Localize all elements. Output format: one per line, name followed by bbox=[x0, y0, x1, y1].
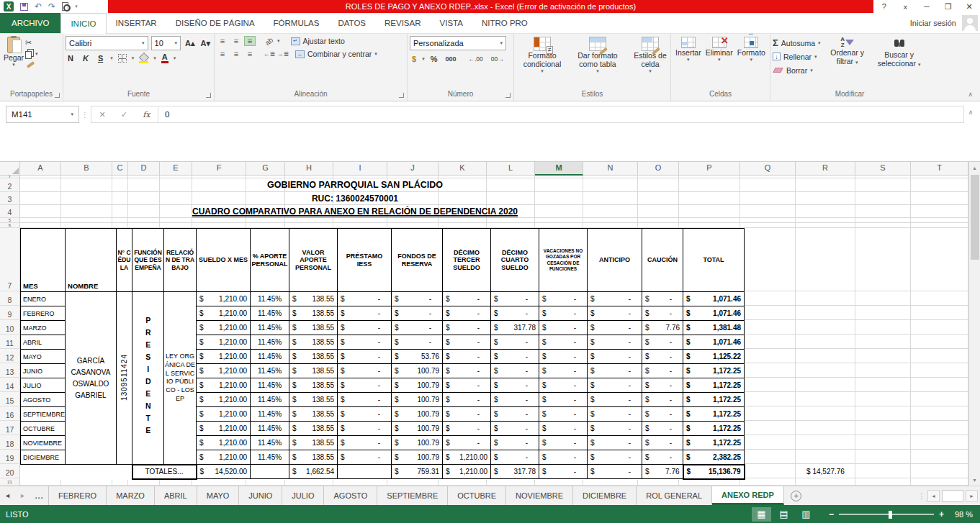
cell[interactable]: $- bbox=[588, 321, 642, 335]
table-header-cell[interactable]: N° CÉDULA bbox=[117, 229, 132, 292]
cell[interactable]: $- bbox=[539, 450, 588, 465]
font-color-icon[interactable]: A bbox=[161, 53, 168, 63]
sheet-tab-marzo[interactable]: MARZO bbox=[107, 486, 155, 505]
column-header-T[interactable]: T bbox=[911, 162, 968, 176]
cell[interactable]: OCTUBRE bbox=[21, 422, 66, 436]
zoom-in-icon[interactable]: + bbox=[939, 509, 944, 519]
scroll-up-icon[interactable]: ▲ bbox=[969, 162, 980, 173]
cell[interactable]: $- bbox=[642, 306, 683, 321]
ribbon-tab-diseño-de-página[interactable]: DISEÑO DE PÁGINA bbox=[166, 13, 264, 33]
cell[interactable]: $138.55 bbox=[289, 321, 338, 335]
cell[interactable]: $- bbox=[539, 292, 588, 306]
cell[interactable]: TOTALES... bbox=[132, 465, 197, 479]
cells-grid[interactable]: GOBIERNO PARROQUIAL SAN PLÁCIDORUC: 1360… bbox=[20, 176, 968, 486]
cell[interactable]: $- bbox=[588, 364, 642, 378]
qat-customize-icon[interactable]: ▾ bbox=[75, 4, 78, 9]
cell[interactable]: AGOSTO bbox=[21, 393, 66, 407]
cell[interactable]: $- bbox=[588, 335, 642, 350]
cell[interactable]: DICIEMBRE bbox=[21, 450, 66, 465]
cell[interactable]: 11.45% bbox=[251, 292, 289, 306]
cell[interactable]: $- bbox=[443, 350, 491, 364]
cell[interactable]: $- bbox=[392, 292, 443, 306]
underline-button[interactable]: S bbox=[96, 54, 105, 63]
cell[interactable]: $100.79 bbox=[392, 436, 443, 450]
table-header-cell[interactable]: PRÉSTAMO IESS bbox=[338, 229, 392, 292]
cell[interactable]: $- bbox=[338, 292, 392, 306]
comma-style-button[interactable]: 000 bbox=[443, 55, 458, 63]
column-header-A[interactable]: A bbox=[20, 162, 61, 176]
align-top-button[interactable]: ≡ bbox=[217, 36, 228, 46]
cell[interactable]: $- bbox=[443, 321, 491, 335]
cell[interactable]: $138.55 bbox=[289, 378, 338, 393]
find-select-button[interactable]: Buscar y seleccionar ▾ bbox=[874, 36, 925, 68]
column-header-Q[interactable]: Q bbox=[740, 162, 796, 176]
cell[interactable]: $- bbox=[338, 393, 392, 407]
cell[interactable]: JULIO bbox=[21, 378, 66, 393]
cell[interactable]: $- bbox=[491, 407, 539, 422]
sheet-tabs-overflow[interactable]: ... bbox=[30, 486, 49, 505]
name-box-dropdown-icon[interactable]: ▾ bbox=[71, 112, 73, 117]
cell[interactable]: $1,210.00 bbox=[197, 335, 251, 350]
cell[interactable]: $53.76 bbox=[392, 350, 443, 364]
row-header-14[interactable]: 14 bbox=[0, 378, 20, 392]
row-header-7[interactable]: 7 bbox=[0, 228, 20, 291]
cell[interactable]: $- bbox=[443, 364, 491, 378]
vertical-scrollbar[interactable]: ▲ ▼ bbox=[968, 162, 980, 486]
cell[interactable]: $138.55 bbox=[289, 436, 338, 450]
underline-dropdown-icon[interactable]: ▾ bbox=[110, 55, 113, 61]
cell[interactable]: $- bbox=[491, 393, 539, 407]
clipboard-dialog-launcher-icon[interactable] bbox=[55, 93, 60, 98]
cell[interactable]: $- bbox=[338, 321, 392, 335]
table-header-cell[interactable]: NOMBRE bbox=[66, 229, 117, 292]
ribbon-tab-vista[interactable]: VISTA bbox=[431, 13, 472, 33]
sheet-tab-rol-general[interactable]: ROL GENERAL bbox=[637, 486, 712, 505]
cell[interactable]: $1,172.25 bbox=[683, 364, 745, 378]
cell[interactable]: $- bbox=[642, 292, 683, 306]
cell[interactable]: $1,210.00 bbox=[197, 364, 251, 378]
cell[interactable]: 11.45% bbox=[251, 450, 289, 465]
confirm-entry-icon[interactable]: ✓ bbox=[121, 110, 127, 119]
cell[interactable]: $138.55 bbox=[289, 422, 338, 436]
cell[interactable]: $7.76 bbox=[642, 321, 683, 335]
scroll-down-icon[interactable]: ▼ bbox=[969, 474, 980, 486]
user-avatar-icon[interactable] bbox=[962, 15, 978, 31]
format-cells-button[interactable]: Formato ▾ bbox=[736, 36, 767, 63]
sheet-tab-noviembre[interactable]: NOVIEMBRE bbox=[506, 486, 573, 505]
cell[interactable]: 11.45% bbox=[251, 393, 289, 407]
row-header-8[interactable]: 8 bbox=[0, 291, 20, 306]
cell[interactable]: $- bbox=[338, 335, 392, 350]
sheet-tab-junio[interactable]: JUNIO bbox=[239, 486, 282, 505]
save-icon[interactable] bbox=[20, 3, 28, 11]
cell[interactable]: $2,382.25 bbox=[683, 450, 745, 465]
sheet-nav-left-icon[interactable]: ◄ bbox=[0, 486, 15, 505]
cell[interactable]: 1309511424 bbox=[117, 292, 132, 465]
sheet-tab-mayo[interactable]: MAYO bbox=[197, 486, 240, 505]
sort-filter-button[interactable]: AZ Ordenar y filtrar ▾ bbox=[825, 36, 870, 66]
borders-icon[interactable] bbox=[118, 54, 127, 63]
fill-color-icon[interactable] bbox=[139, 54, 148, 63]
ribbon-tab-fórmulas[interactable]: FÓRMULAS bbox=[264, 13, 329, 33]
cell[interactable]: $- bbox=[588, 407, 642, 422]
cell[interactable]: $- bbox=[392, 335, 443, 350]
sheet-tab-diciembre[interactable]: DICIEMBRE bbox=[573, 486, 637, 505]
column-header-I[interactable]: I bbox=[333, 162, 387, 176]
cell[interactable]: $- bbox=[642, 436, 683, 450]
column-header-G[interactable]: G bbox=[246, 162, 285, 176]
cell[interactable]: $- bbox=[642, 450, 683, 465]
zoom-track[interactable] bbox=[839, 514, 934, 515]
cell[interactable]: GARCÍA CASANOVA OSWALDO GABRIEL bbox=[66, 292, 117, 465]
percent-style-button[interactable]: % bbox=[428, 55, 440, 63]
sheet-tab-septiembre[interactable]: SEPTIEMBRE bbox=[377, 486, 448, 505]
cell[interactable]: $1,662.54 bbox=[289, 465, 338, 479]
cell[interactable]: $1,210.00 bbox=[197, 321, 251, 335]
row-header-12[interactable]: 12 bbox=[0, 349, 20, 363]
hscroll-right-icon[interactable]: ► bbox=[966, 490, 978, 502]
shrink-font-button[interactable]: A▾ bbox=[199, 39, 212, 48]
cell[interactable]: $1,210.00 bbox=[197, 378, 251, 393]
cell[interactable]: $- bbox=[491, 350, 539, 364]
accounting-dropdown-icon[interactable]: ▾ bbox=[422, 56, 425, 62]
table-header-cell[interactable]: ANTICIPO bbox=[588, 229, 642, 292]
cell[interactable]: $1,071.46 bbox=[683, 335, 745, 350]
column-header-S[interactable]: S bbox=[855, 162, 911, 176]
font-color-dropdown-icon[interactable]: ▾ bbox=[174, 55, 176, 61]
